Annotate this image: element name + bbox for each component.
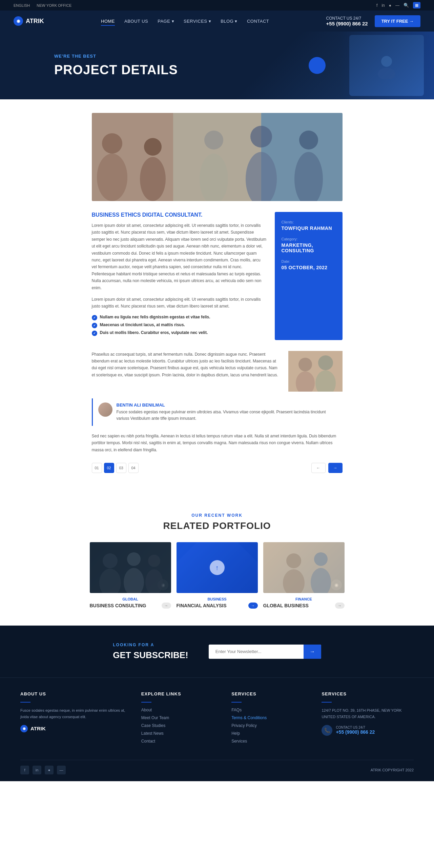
language-selector[interactable]: ENGLISH: [14, 3, 30, 7]
service-link-terms[interactable]: Terms & Conditions: [231, 715, 308, 720]
hero-person-placeholder: [349, 35, 424, 96]
search-icon[interactable]: 🔍: [404, 3, 409, 8]
nav-link-page[interactable]: PAGE ▾: [158, 19, 174, 25]
svg-point-1: [378, 68, 395, 79]
body4: Sed nec sapien eu nibh porta fringilla. …: [92, 433, 343, 453]
page-btn-2[interactable]: 02: [104, 463, 114, 473]
logo-icon: ◉: [14, 16, 23, 26]
explore-link-about[interactable]: About: [141, 707, 218, 712]
nav-link-contact[interactable]: CONTACT: [247, 19, 269, 25]
explore-link-cases-a[interactable]: Case Studies: [141, 723, 165, 728]
footer-logo-text: ATRIK: [30, 726, 46, 731]
explore-link-news[interactable]: Latest News: [141, 731, 218, 736]
footer-youtube-icon[interactable]: ●: [45, 766, 54, 774]
nav-item-page[interactable]: PAGE ▾: [158, 19, 174, 24]
svg-point-10: [204, 131, 223, 150]
nav-item-contact[interactable]: CONTACT: [247, 19, 269, 24]
project-body1: Lorem ipsum dolor sit amet, consectetur …: [92, 222, 267, 291]
service-link-help[interactable]: Help: [231, 731, 308, 736]
testimonial-author: BENTIN ALI BENILMAL: [117, 402, 337, 408]
check-icon-3: ✓: [92, 331, 97, 336]
nav-item-services[interactable]: SERVICES ▾: [184, 19, 211, 24]
svg-point-0: [381, 56, 392, 67]
logo[interactable]: ◉ ATRIK: [14, 16, 44, 26]
footer-twitter-icon[interactable]: —: [57, 766, 66, 774]
hero-text: WE'RE THE BEST PROJECT DETAILS: [54, 54, 178, 77]
footer-address: 124/7 PLOT NO. 39, 16TH PHASE, NEW YORK …: [322, 707, 414, 720]
nav-item-blog[interactable]: BLOG ▾: [221, 19, 237, 24]
service-link-terms-a[interactable]: Terms & Conditions: [231, 715, 267, 720]
twitter-icon[interactable]: —: [395, 3, 399, 8]
portfolio-section: OUR RECENT WORK RELATED PORTFOLIO ◉ GLOB…: [0, 496, 434, 626]
top-bar-left: ENGLISH NEW YORK OFFICE: [14, 3, 71, 7]
footer-facebook-icon[interactable]: f: [20, 766, 29, 774]
explore-link-team[interactable]: Meet Our Team: [141, 715, 218, 720]
page-btn-1[interactable]: 01: [92, 463, 102, 473]
page-btn-4[interactable]: 04: [128, 463, 139, 473]
service-link-privacy[interactable]: Privacy Policy: [231, 723, 308, 728]
footer-services1-title: SERVICES: [231, 691, 308, 696]
footer-explore-col: EXPLORE LINKS About Meet Our Team Case S…: [141, 691, 218, 746]
explore-link-team-a[interactable]: Meet Our Team: [141, 715, 169, 720]
grid-icon[interactable]: ▦: [413, 2, 420, 8]
nav-item-about[interactable]: ABOUT US: [124, 19, 148, 24]
nav-link-blog[interactable]: BLOG ▾: [221, 19, 237, 25]
svg-point-25: [127, 552, 141, 566]
footer-grid: ABOUT US Fusce sodales egestas neque, in…: [20, 691, 414, 746]
project-title: BUSINESS ETHICS DIGITAL CONSULTANT.: [92, 212, 267, 218]
explore-link-cases[interactable]: Case Studies: [141, 723, 218, 728]
checklist-text-1: Nullam eu ligula nec felis dignissim ege…: [100, 315, 210, 319]
portfolio-name-text-2: FINANCIAL ANALYSIS: [177, 603, 227, 608]
svg-point-20: [318, 355, 333, 370]
subscribe-button[interactable]: →: [304, 645, 321, 659]
instagram-icon[interactable]: in: [381, 3, 385, 8]
explore-link-contact-a[interactable]: Contact: [141, 739, 155, 744]
subscribe-form[interactable]: →: [209, 645, 321, 659]
nav-right: CONTACT US 24/7 +55 (9900) 866 22 TRY IT…: [326, 15, 420, 27]
date-value: 05 OCTOBER, 2022: [282, 265, 336, 270]
portfolio-name-3: GLOBAL BUSINESS →: [263, 603, 345, 609]
checklist-text-3: Duis ut mollis libero. Curabitur eros, v…: [100, 330, 208, 335]
portfolio-arrow-1[interactable]: →: [162, 603, 171, 609]
svg-point-8: [144, 138, 162, 156]
portfolio-arrow-2[interactable]: →: [248, 603, 258, 609]
next-button[interactable]: →: [328, 463, 343, 473]
footer-about-text: Fusce sodales egestas neque, in enim pul…: [20, 707, 128, 720]
explore-link-about-a[interactable]: About: [141, 708, 152, 712]
explore-link-news-a[interactable]: Latest News: [141, 731, 164, 736]
footer-linkedin-icon[interactable]: in: [33, 766, 41, 774]
check-icon-1: ✓: [92, 315, 97, 320]
portfolio-arrow-3[interactable]: →: [335, 603, 345, 609]
office-selector[interactable]: NEW YORK OFFICE: [37, 3, 71, 7]
nav-link-home[interactable]: HOME: [101, 19, 115, 26]
footer-services2-col: SERVICES 124/7 PLOT NO. 39, 16TH PHASE, …: [322, 691, 414, 746]
service-link-faqs[interactable]: FAQs: [231, 707, 308, 712]
service-link-services[interactable]: Services: [231, 738, 308, 744]
prev-button[interactable]: ←: [311, 463, 326, 473]
explore-link-contact[interactable]: Contact: [141, 738, 218, 744]
checklist-item-3: ✓ Duis ut mollis libero. Curabitur eros,…: [92, 330, 267, 336]
service-link-help-a[interactable]: Help: [231, 731, 240, 736]
nav-link-services[interactable]: SERVICES ▾: [184, 19, 211, 25]
portfolio-name-2: FINANCIAL ANALYSIS →: [177, 603, 258, 609]
service-link-privacy-a[interactable]: Privacy Policy: [231, 723, 257, 728]
portfolio-img-2: ↑: [177, 542, 258, 593]
try-btn[interactable]: TRY IT FREE →: [375, 15, 420, 27]
nav-link-about[interactable]: ABOUT US: [124, 19, 148, 25]
hero-person-image: [339, 32, 434, 99]
subscribe-input[interactable]: [209, 645, 304, 659]
service-link-services-a[interactable]: Services: [231, 739, 247, 744]
page-btn-3[interactable]: 03: [116, 463, 126, 473]
hero-title: PROJECT DETAILS: [54, 63, 178, 77]
subscribe-left: LOOKING FOR A GET SUBSCRIBE!: [113, 643, 188, 660]
youtube-icon[interactable]: ●: [389, 3, 391, 8]
nav-item-home[interactable]: HOME: [101, 19, 115, 24]
project-checklist: ✓ Nullam eu ligula nec felis dignissim e…: [92, 315, 267, 336]
footer-explore-links: About Meet Our Team Case Studies Latest …: [141, 707, 218, 744]
facebook-icon[interactable]: f: [376, 3, 377, 8]
footer-about-underline: [20, 702, 30, 703]
service-link-faqs-a[interactable]: FAQs: [231, 708, 242, 712]
subscribe-label: LOOKING FOR A: [113, 643, 188, 647]
svg-point-27: [148, 555, 160, 567]
footer: ABOUT US Fusce sodales egestas neque, in…: [0, 677, 434, 781]
